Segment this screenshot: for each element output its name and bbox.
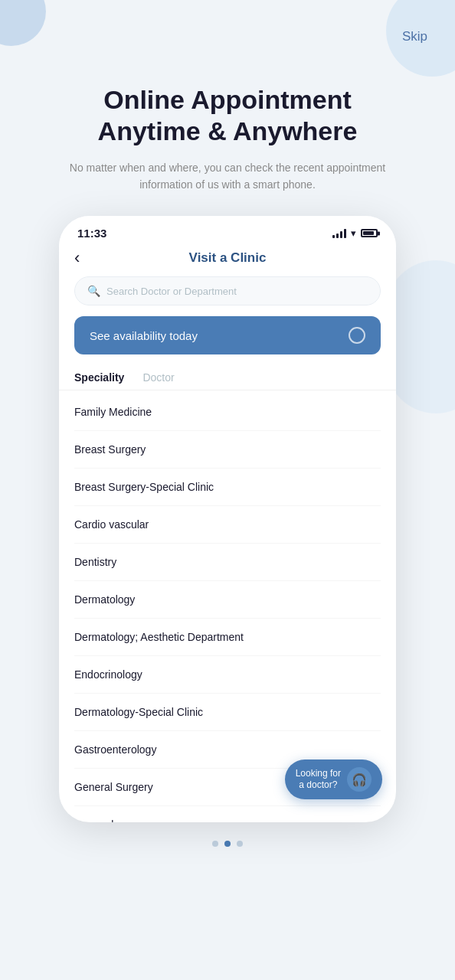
list-item[interactable]: Dermatology; Aesthetic Department (74, 619, 381, 656)
tab-doctor[interactable]: Doctor (142, 367, 174, 390)
list-item[interactable]: Gynecology (74, 806, 381, 822)
looking-for-doctor-button[interactable]: Looking fora doctor? 🎧 (285, 760, 382, 799)
back-button[interactable]: ‹ (74, 248, 80, 268)
wifi-icon: ▾ (351, 227, 356, 239)
list-item[interactable]: Breast Surgery (74, 431, 381, 469)
list-item[interactable]: Family Medicine (74, 394, 381, 431)
pagination-dot-1[interactable] (212, 841, 218, 847)
skip-button[interactable]: Skip (402, 29, 427, 44)
decorative-blob-mid (386, 260, 455, 413)
battery-icon (361, 229, 378, 237)
main-title: Online AppointmentAnytime & Anywhere (23, 84, 432, 147)
tab-speciality[interactable]: Speciality (74, 367, 124, 390)
category-tabs: Speciality Doctor (59, 367, 396, 390)
speciality-list: Family Medicine Breast Surgery Breast Su… (59, 394, 396, 822)
list-item[interactable]: Dentistry (74, 544, 381, 581)
status-icons: ▾ (332, 227, 378, 239)
status-time: 11:33 (77, 227, 106, 240)
list-item[interactable]: Cardio vascular (74, 506, 381, 544)
search-placeholder-text: Search Doctor or Department (106, 286, 237, 297)
pagination-dot-3[interactable] (237, 841, 243, 847)
pagination-dot-2[interactable] (224, 841, 231, 847)
float-button-icon: 🎧 (347, 767, 372, 792)
list-item[interactable]: Endocrinology (74, 656, 381, 694)
signal-icon (332, 229, 346, 238)
availability-text: See availability today (90, 329, 198, 342)
list-item[interactable]: Dermatology (74, 581, 381, 619)
subtitle-text: No matter when and where, you can check … (67, 159, 388, 194)
search-icon: 🔍 (87, 285, 100, 297)
phone-mockup: 11:33 ▾ ‹ Visit a Clinic 🔍 Search Doctor… (59, 216, 396, 822)
list-item[interactable]: Breast Surgery-Special Clinic (74, 469, 381, 506)
app-header: ‹ Visit a Clinic (59, 244, 396, 276)
availability-toggle-icon (349, 327, 365, 344)
list-item[interactable]: Dermatology-Special Clinic (74, 694, 381, 731)
availability-button[interactable]: See availability today (74, 316, 381, 354)
app-screen-title: Visit a Clinic (189, 250, 267, 266)
search-bar[interactable]: 🔍 Search Doctor or Department (74, 276, 381, 305)
float-button-text: Looking fora doctor? (296, 768, 341, 792)
pagination-dots (0, 841, 455, 870)
status-bar: 11:33 ▾ (59, 216, 396, 244)
